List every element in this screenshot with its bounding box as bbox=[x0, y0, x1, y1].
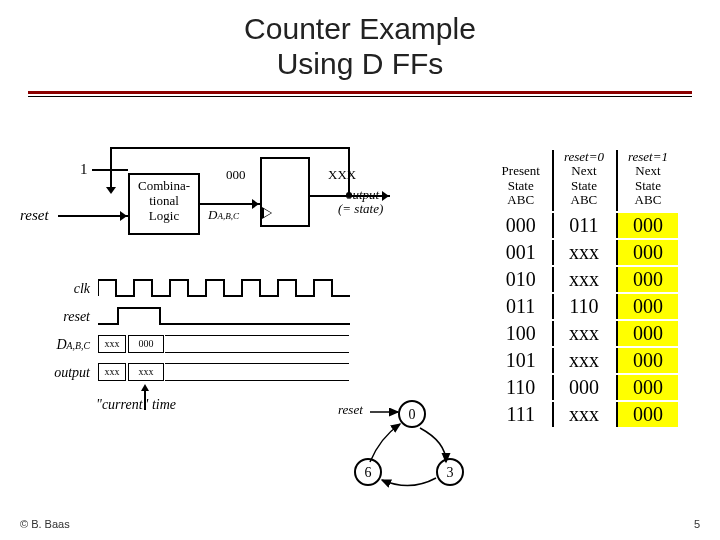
output-l2: (= state) bbox=[338, 201, 383, 217]
cell-ps: 111 bbox=[492, 402, 550, 427]
table-row: 011110000 bbox=[492, 294, 678, 319]
cell-n0: xxx bbox=[552, 348, 614, 373]
d-val0: xxx bbox=[98, 335, 126, 353]
state-graph: reset 0 6 3 bbox=[340, 400, 480, 510]
cell-n1: 000 bbox=[616, 375, 678, 400]
block-diagram: 1 reset Combina- tional Logic DA,B,C 000… bbox=[50, 155, 420, 285]
table-row: 100xxx000 bbox=[492, 321, 678, 346]
table-row: 010xxx000 bbox=[492, 267, 678, 292]
page-number: 5 bbox=[694, 518, 700, 530]
d-waveform: xxx 000 bbox=[98, 332, 380, 358]
cell-n0: xxx bbox=[552, 321, 614, 346]
logic-l3: Logic bbox=[149, 208, 179, 223]
table-row: 101xxx000 bbox=[492, 348, 678, 373]
d-timing-label: DA,B,C bbox=[50, 337, 98, 353]
current-time-label: "current" time bbox=[96, 397, 176, 413]
cell-n0: 110 bbox=[552, 294, 614, 319]
cell-ps: 110 bbox=[492, 375, 550, 400]
cell-ps: 101 bbox=[492, 348, 550, 373]
cell-n1: 000 bbox=[616, 240, 678, 265]
cell-n0: xxx bbox=[552, 402, 614, 427]
cell-ps: 011 bbox=[492, 294, 550, 319]
logic-l2: tional bbox=[149, 193, 179, 208]
copyright: © B. Baas bbox=[20, 518, 70, 530]
th-present: Present State ABC bbox=[492, 150, 550, 211]
const-one: 1 bbox=[80, 161, 88, 178]
state-node-3: 3 bbox=[436, 458, 464, 486]
cell-ps: 001 bbox=[492, 240, 550, 265]
table-row: 001xxx000 bbox=[492, 240, 678, 265]
reset-waveform bbox=[98, 304, 380, 330]
title-line2: Using D FFs bbox=[277, 47, 444, 80]
flip-flop-box bbox=[260, 157, 310, 227]
rule-secondary bbox=[28, 96, 692, 97]
clk-waveform bbox=[98, 276, 380, 302]
logic-l1: Combina- bbox=[138, 178, 190, 193]
cell-n1: 000 bbox=[616, 213, 678, 238]
title-line1: Counter Example bbox=[244, 12, 476, 45]
table-row: 110000000 bbox=[492, 375, 678, 400]
slide-title: Counter Example Using D FFs bbox=[0, 0, 720, 81]
output-timing-label: output bbox=[50, 365, 98, 381]
cell-n1: 000 bbox=[616, 294, 678, 319]
state-node-0: 0 bbox=[398, 400, 426, 428]
cell-ps: 000 bbox=[492, 213, 550, 238]
cell-n1: 000 bbox=[616, 402, 678, 427]
d-label: DA,B,C bbox=[208, 207, 239, 223]
cell-n0: xxx bbox=[552, 267, 614, 292]
ff-in-value: 000 bbox=[226, 167, 246, 183]
cell-ps: 100 bbox=[492, 321, 550, 346]
cell-n1: 000 bbox=[616, 267, 678, 292]
ff-out-value: XXX bbox=[328, 167, 356, 183]
d-val1: 000 bbox=[128, 335, 164, 353]
th-reset1: reset=1 Next State ABC bbox=[616, 150, 678, 211]
cell-n0: 011 bbox=[552, 213, 614, 238]
table-row: 111xxx000 bbox=[492, 402, 678, 427]
cell-n1: 000 bbox=[616, 321, 678, 346]
reset-label: reset bbox=[20, 207, 49, 224]
reset-timing-label: reset bbox=[50, 309, 98, 325]
state-node-6: 6 bbox=[354, 458, 382, 486]
combinational-logic-box: Combina- tional Logic bbox=[128, 173, 200, 235]
out-val1: xxx bbox=[128, 363, 164, 381]
cell-ps: 010 bbox=[492, 267, 550, 292]
cell-n1: 000 bbox=[616, 348, 678, 373]
state-table: Present State ABC reset=0 Next State ABC… bbox=[490, 148, 680, 429]
cell-n0: 000 bbox=[552, 375, 614, 400]
table-row: 000011000 bbox=[492, 213, 678, 238]
rule-primary bbox=[28, 91, 692, 94]
out-val0: xxx bbox=[98, 363, 126, 381]
cell-n0: xxx bbox=[552, 240, 614, 265]
timing-diagram: clk reset DA,B,C xxx 000 output xxx x bbox=[50, 275, 380, 387]
th-reset0: reset=0 Next State ABC bbox=[552, 150, 614, 211]
clk-label: clk bbox=[50, 281, 98, 297]
output-waveform: xxx xxx bbox=[98, 360, 380, 386]
